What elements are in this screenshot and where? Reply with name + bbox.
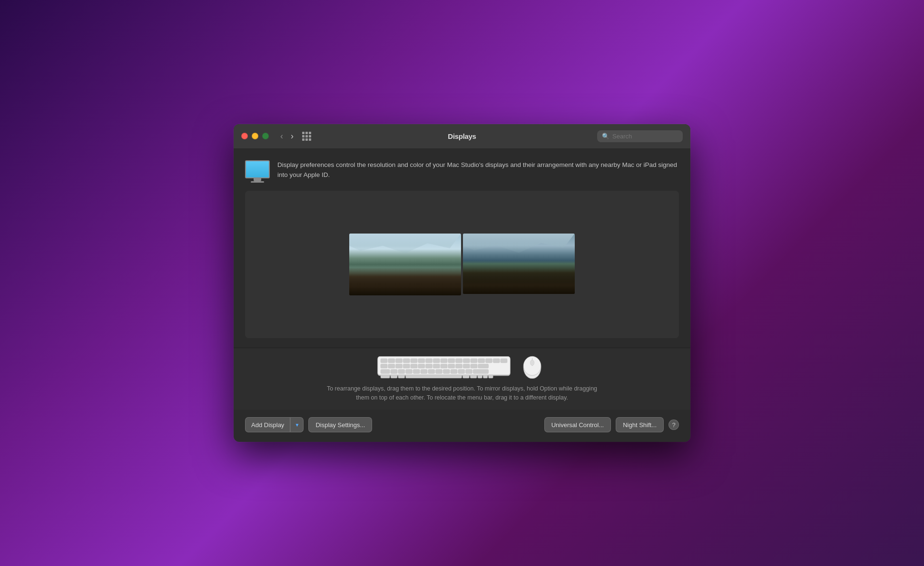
grid-dot (305, 135, 308, 137)
svg-rect-9 (433, 359, 440, 363)
svg-rect-18 (501, 359, 507, 363)
display-arrangement-area[interactable] (245, 191, 679, 338)
svg-rect-3 (388, 359, 395, 363)
svg-rect-7 (418, 359, 425, 363)
display-settings-button[interactable]: Display Settings... (308, 417, 372, 432)
svg-rect-44 (466, 369, 472, 373)
display-icon-screen (245, 160, 270, 178)
svg-rect-15 (478, 359, 485, 363)
help-button[interactable]: ? (668, 420, 679, 430)
svg-rect-27 (441, 364, 447, 368)
svg-rect-23 (411, 364, 417, 368)
svg-rect-2 (381, 359, 387, 363)
svg-rect-42 (451, 369, 457, 373)
grid-dot (309, 135, 311, 137)
grid-dot (305, 132, 308, 134)
add-display-dropdown-button[interactable]: ▼ (290, 417, 304, 432)
svg-rect-52 (478, 375, 482, 378)
keyboard-icon (377, 355, 511, 379)
display-preview-left (349, 234, 461, 295)
svg-rect-6 (411, 359, 417, 363)
app-grid-button[interactable] (302, 132, 311, 141)
svg-rect-20 (388, 364, 395, 368)
grid-dot (302, 138, 305, 141)
svg-rect-48 (398, 375, 405, 378)
svg-rect-40 (436, 369, 442, 373)
display-icon-stand (254, 178, 261, 181)
search-box[interactable]: 🔍 (597, 130, 683, 142)
svg-rect-8 (426, 359, 433, 363)
svg-rect-39 (428, 369, 435, 373)
grid-dot (302, 132, 305, 134)
svg-rect-5 (403, 359, 410, 363)
window-title: Displays (448, 132, 476, 140)
displays-container (349, 234, 575, 295)
grid-dot (309, 132, 311, 134)
night-shift-button[interactable]: Night Shift... (616, 417, 664, 432)
traffic-lights (241, 133, 269, 139)
svg-rect-37 (413, 369, 420, 373)
svg-rect-12 (456, 359, 462, 363)
svg-rect-11 (448, 359, 455, 363)
display-icon-base (251, 181, 264, 183)
svg-rect-31 (471, 364, 477, 368)
svg-rect-54 (489, 375, 493, 378)
svg-rect-45 (473, 369, 488, 373)
titlebar: ‹ › Displays 🔍 (234, 124, 690, 149)
zoom-button[interactable] (262, 133, 269, 139)
svg-rect-10 (441, 359, 447, 363)
svg-rect-30 (463, 364, 470, 368)
chevron-down-icon: ▼ (295, 422, 299, 428)
display-thumbnail-left[interactable] (349, 234, 461, 295)
svg-point-58 (530, 360, 534, 366)
add-display-group: Add Display ▼ (245, 417, 304, 432)
svg-rect-14 (471, 359, 477, 363)
display-icon (245, 160, 270, 181)
grid-dot (305, 138, 308, 141)
add-display-button[interactable]: Add Display (245, 417, 290, 432)
svg-rect-49 (406, 375, 462, 378)
svg-rect-28 (448, 364, 455, 368)
svg-rect-33 (381, 369, 390, 373)
svg-rect-16 (486, 359, 492, 363)
svg-rect-32 (478, 364, 489, 368)
svg-rect-4 (396, 359, 403, 363)
main-content: Display preferences control the resoluti… (234, 149, 690, 348)
close-button[interactable] (241, 133, 248, 139)
forward-button[interactable]: › (288, 130, 296, 142)
grid-dot (302, 135, 305, 137)
svg-rect-36 (406, 369, 413, 373)
svg-rect-51 (470, 375, 477, 378)
search-icon: 🔍 (602, 133, 609, 140)
display-thumbnail-right[interactable] (463, 234, 575, 294)
arrangement-hint: To rearrange displays, drag them to the … (327, 384, 597, 402)
svg-rect-25 (426, 364, 433, 368)
peripherals-images (377, 355, 547, 379)
display-preview-right (463, 234, 575, 294)
svg-rect-17 (493, 359, 500, 363)
svg-rect-13 (463, 359, 470, 363)
svg-rect-29 (456, 364, 462, 368)
svg-rect-47 (391, 375, 397, 378)
info-bar: Display preferences control the resoluti… (245, 160, 679, 181)
svg-rect-24 (418, 364, 425, 368)
peripherals-area: To rearrange displays, drag them to the … (234, 348, 690, 410)
svg-rect-19 (381, 364, 387, 368)
back-button[interactable]: ‹ (277, 130, 286, 142)
info-description: Display preferences control the resoluti… (277, 160, 679, 180)
svg-rect-53 (483, 375, 488, 378)
svg-rect-50 (462, 375, 469, 378)
svg-rect-22 (403, 364, 410, 368)
svg-rect-26 (433, 364, 440, 368)
universal-control-button[interactable]: Universal Control... (544, 417, 611, 432)
svg-rect-41 (443, 369, 450, 373)
svg-rect-21 (396, 364, 403, 368)
display-icon-wrapper (245, 160, 270, 181)
grid-dot (309, 138, 311, 141)
system-preferences-window: ‹ › Displays 🔍 (234, 124, 690, 442)
nav-buttons: ‹ › (277, 130, 296, 142)
svg-rect-35 (398, 369, 405, 373)
minimize-button[interactable] (252, 133, 258, 139)
search-input[interactable] (612, 133, 678, 140)
svg-rect-38 (421, 369, 427, 373)
